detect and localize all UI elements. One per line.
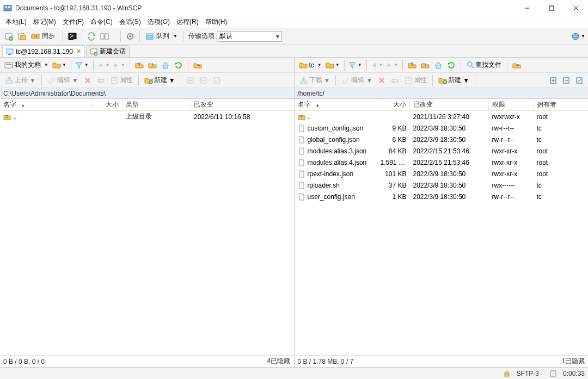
- col-size[interactable]: 大小: [377, 99, 410, 110]
- local-drive-selector[interactable]: 我的文档 ▼: [2, 59, 52, 71]
- edit-button[interactable]: 编辑▼: [45, 74, 81, 86]
- transfer-settings-label: 传输选项: [186, 32, 217, 41]
- sync-button[interactable]: 同步: [29, 30, 59, 42]
- col-name[interactable]: 名字▴: [0, 99, 93, 110]
- minus-box-icon[interactable]: [560, 74, 572, 86]
- compare-dirs-icon[interactable]: [99, 30, 111, 42]
- terminal-icon[interactable]: >_: [66, 30, 78, 42]
- globe-refresh-icon[interactable]: ▼: [571, 30, 585, 42]
- menu-files[interactable]: 文件(F): [59, 16, 87, 28]
- separator: [285, 31, 285, 42]
- file-icon: [298, 159, 305, 166]
- col-rights[interactable]: 权限: [489, 99, 534, 110]
- root-dir-icon[interactable]: [146, 59, 158, 71]
- root-dir-icon[interactable]: [419, 59, 431, 71]
- svg-rect-27: [7, 49, 13, 53]
- plus-box-icon[interactable]: [547, 74, 559, 86]
- edit-button[interactable]: 编辑▼: [339, 74, 375, 86]
- list-item[interactable]: rpext-index.json101 KB2022/3/9 18:30:50r…: [295, 168, 589, 179]
- menu-help[interactable]: 帮助(H): [202, 16, 231, 28]
- svg-rect-54: [214, 78, 219, 83]
- list-item[interactable]: ..2021/11/26 3:27:40rwxrwxr-xroot: [295, 111, 589, 122]
- svg-rect-63: [392, 79, 397, 82]
- bookmark-icon[interactable]: [192, 59, 204, 71]
- upload-button[interactable]: 上传▼: [3, 74, 38, 86]
- queue-button[interactable]: 队列 ▼: [143, 30, 180, 42]
- download-button[interactable]: 下载▼: [297, 74, 333, 86]
- new-button[interactable]: 新建▼: [436, 74, 471, 86]
- menu-options[interactable]: 选项(O): [144, 16, 173, 28]
- find-button[interactable]: 查找文件: [464, 59, 504, 71]
- svg-point-26: [572, 33, 579, 40]
- tab-session-active[interactable]: tc@192.168.31.190 ✕: [2, 45, 85, 57]
- col-owner[interactable]: 拥有者: [534, 99, 589, 110]
- list-item[interactable]: rploader.sh37 KB2022/3/9 18:30:50rwx----…: [295, 179, 589, 191]
- local-action-toolbar: 上传▼ 编辑▼ 属性 新建▼: [0, 73, 294, 88]
- transfer-mode-select[interactable]: 默认 ▾: [217, 31, 282, 42]
- local-status: 0 B / 0 B, 0 / 0 4已隐藏: [0, 355, 294, 367]
- remote-file-list[interactable]: ..2021/11/26 3:27:40rwxrwxr-xrootcustom_…: [295, 111, 589, 355]
- back-icon[interactable]: ▼: [97, 59, 111, 71]
- list-item[interactable]: global_config.json6 KB2022/3/9 18:30:50r…: [295, 134, 589, 145]
- col-type[interactable]: 类型: [122, 99, 191, 110]
- parent-dir-icon[interactable]: [133, 59, 145, 71]
- props-button[interactable]: 属性: [402, 74, 429, 86]
- sync-browse-icon[interactable]: [85, 30, 97, 42]
- props-button[interactable]: 属性: [108, 74, 135, 86]
- gear-icon[interactable]: [124, 30, 136, 42]
- rename-icon[interactable]: [389, 74, 401, 86]
- remote-path: /home/tc/: [295, 88, 589, 99]
- open-folder-icon[interactable]: ▼: [52, 59, 68, 71]
- list-item[interactable]: user_config.json1 KB2022/3/9 18:30:50rw-…: [295, 191, 589, 202]
- menu-remote[interactable]: 远程(R): [173, 16, 202, 28]
- bookmark-icon[interactable]: [511, 59, 523, 71]
- home-icon[interactable]: [432, 59, 444, 71]
- minus-box-icon[interactable]: [198, 74, 210, 86]
- check-box-icon[interactable]: [211, 74, 223, 86]
- list-item[interactable]: modules.alias.3.json84 KB2022/2/15 21:53…: [295, 145, 589, 157]
- open-folder-icon[interactable]: ▼: [326, 59, 341, 71]
- back-icon[interactable]: ▼: [370, 59, 384, 71]
- delete-icon[interactable]: [82, 74, 94, 86]
- list-item[interactable]: custom_config.json9 KB2022/3/9 18:30:50r…: [295, 122, 589, 134]
- remote-drive-selector[interactable]: tc ▼: [297, 59, 325, 71]
- col-changed[interactable]: 已改变: [191, 99, 294, 110]
- minimize-button[interactable]: [514, 0, 539, 16]
- maximize-button[interactable]: [539, 0, 564, 16]
- local-pane: 我的文档 ▼ ▼ ▼ ▼ ▼ 上传▼ 编辑▼: [0, 58, 295, 367]
- tab-close-icon[interactable]: ✕: [76, 48, 81, 55]
- rename-icon[interactable]: [95, 74, 107, 86]
- col-changed[interactable]: 已改变: [410, 99, 489, 110]
- list-item[interactable]: modules.alias.4.json1,591 KB2022/2/15 21…: [295, 157, 589, 168]
- svg-line-58: [471, 66, 474, 68]
- forward-icon[interactable]: ▼: [112, 59, 126, 71]
- check-box-icon[interactable]: [573, 74, 585, 86]
- filter-icon[interactable]: ▼: [348, 59, 363, 71]
- home-icon[interactable]: [160, 59, 171, 71]
- menu-commands[interactable]: 命令(C): [87, 16, 116, 28]
- svg-rect-38: [6, 80, 13, 84]
- col-name[interactable]: 名字▴: [295, 99, 377, 110]
- parent-dir-icon[interactable]: [406, 59, 418, 71]
- elapsed-label: 0:00:33: [563, 370, 585, 377]
- refresh-icon[interactable]: [173, 59, 185, 71]
- col-size[interactable]: 大小: [93, 99, 122, 110]
- svg-rect-1: [5, 7, 7, 8]
- menu-local[interactable]: 本地(L): [2, 16, 30, 28]
- plus-box-icon[interactable]: [185, 74, 197, 86]
- new-button[interactable]: 新建▼: [142, 74, 177, 86]
- filter-icon[interactable]: ▼: [75, 59, 90, 71]
- tab-new-session[interactable]: 新建会话: [86, 45, 130, 57]
- forward-icon[interactable]: ▼: [385, 59, 400, 71]
- local-file-list[interactable]: ..上级目录2022/6/11 10:16:58: [0, 111, 294, 355]
- menu-marks[interactable]: 标记(M): [30, 16, 59, 28]
- sites-icon[interactable]: [16, 30, 28, 42]
- new-session-icon[interactable]: [3, 30, 15, 42]
- delete-icon[interactable]: [376, 74, 388, 86]
- svg-point-22: [129, 35, 131, 38]
- menu-session[interactable]: 会话(S): [116, 16, 144, 28]
- close-button[interactable]: [564, 0, 588, 16]
- list-item[interactable]: ..上级目录2022/6/11 10:16:58: [0, 111, 294, 122]
- refresh-icon[interactable]: [445, 59, 457, 71]
- main-toolbar: 同步 >_ 队列 ▼ 传输选项 默认 ▾ ▼: [0, 28, 588, 45]
